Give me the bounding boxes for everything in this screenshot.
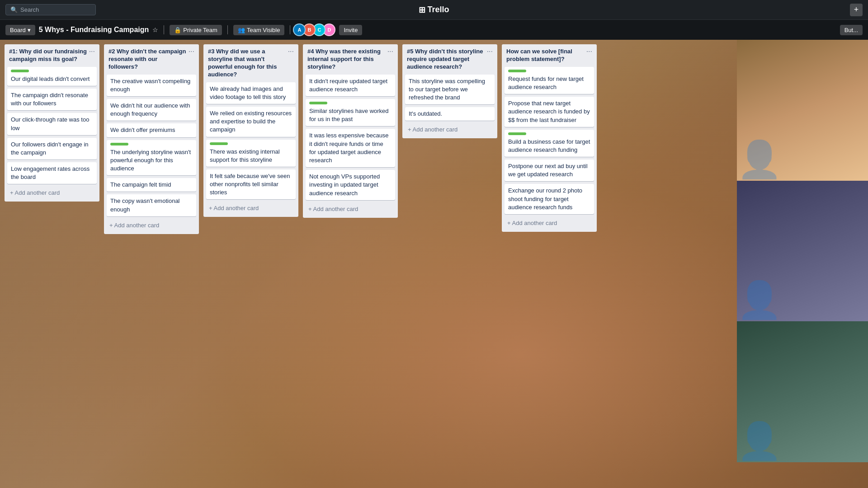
label-bar-list6-2 bbox=[508, 132, 526, 135]
list-list4: #4 Why was there existing internal suppo… bbox=[303, 44, 398, 218]
list-cards-list2: The creative wasn't compelling enough✏️W… bbox=[104, 73, 199, 218]
card-text-list3-1: We relied on existing resources and expe… bbox=[210, 109, 292, 134]
card-list2-2[interactable]: We didn't offer premiums✏️ bbox=[107, 123, 196, 137]
card-list2-1[interactable]: We didn't hit our audience with enough f… bbox=[107, 99, 196, 121]
card-list3-3[interactable]: It felt safe because we've seen other no… bbox=[206, 169, 296, 200]
card-list1-4[interactable]: Low engagement rates across the board✏️ bbox=[7, 162, 97, 184]
list-title-list5: #5 Why didn't this storyline require upd… bbox=[407, 48, 486, 71]
list-header-list5: #5 Why didn't this storyline require upd… bbox=[402, 44, 497, 73]
card-list2-3[interactable]: The underlying storyline wasn't powerful… bbox=[107, 140, 196, 176]
list-footer-list6: + Add another card bbox=[502, 216, 597, 232]
card-list5-0[interactable]: This storyline was compelling to our tar… bbox=[405, 75, 495, 105]
card-text-list5-1: It's outdated. bbox=[409, 110, 491, 118]
card-list2-5[interactable]: The copy wasn't emotional enough✏️ bbox=[107, 194, 196, 216]
video-person-2: 👤 bbox=[737, 181, 868, 322]
add-card-btn-list3[interactable]: + Add another card bbox=[206, 203, 296, 213]
card-list3-2[interactable]: There was existing internal support for … bbox=[206, 140, 296, 167]
card-list3-1[interactable]: We relied on existing resources and expe… bbox=[206, 107, 296, 137]
card-list6-3[interactable]: Postpone our next ad buy until we get up… bbox=[505, 160, 594, 181]
list-menu-list1[interactable]: ··· bbox=[88, 48, 96, 55]
search-bar[interactable]: 🔍 Search bbox=[5, 4, 96, 15]
team-icon: 👥 bbox=[238, 27, 245, 33]
board-title: 5 Whys - Fundraising Campaign bbox=[39, 26, 149, 34]
card-list6-4[interactable]: Exchange our round 2 photo shoot funding… bbox=[505, 184, 594, 214]
card-list2-4[interactable]: The campaign felt timid✏️ bbox=[107, 178, 196, 192]
card-list2-0[interactable]: The creative wasn't compelling enough✏️ bbox=[107, 75, 196, 96]
list-cards-list1: Our digital leads didn't convert✏️The ca… bbox=[5, 65, 99, 186]
list-menu-list3[interactable]: ··· bbox=[287, 48, 295, 55]
list-menu-list5[interactable]: ··· bbox=[486, 48, 494, 55]
team-visible-label: Team Visible bbox=[247, 27, 280, 33]
list-list6: How can we solve [final problem statemen… bbox=[502, 44, 597, 232]
chevron-down-icon: ▾ bbox=[28, 27, 31, 33]
add-button[interactable]: + bbox=[850, 4, 863, 16]
list-cards-list6: Request funds for new target audience re… bbox=[502, 65, 597, 216]
label-bar-list6-0 bbox=[508, 70, 526, 72]
card-list1-3[interactable]: Our followers didn't engage in the campa… bbox=[7, 138, 97, 160]
card-text-list1-1: The campaign didn't resonate with our fo… bbox=[11, 91, 93, 108]
star-icon[interactable]: ☆ bbox=[152, 26, 158, 33]
card-list1-0[interactable]: Our digital leads didn't convert✏️ bbox=[7, 67, 97, 86]
separator-1 bbox=[164, 25, 164, 34]
list-footer-list4: + Add another card bbox=[303, 202, 398, 218]
list-footer-list3: + Add another card bbox=[203, 201, 298, 217]
list-title-list1: #1: Why did our fundraising campaign mis… bbox=[9, 48, 88, 63]
board-header: Board ▾ 5 Whys - Fundraising Campaign ☆ … bbox=[0, 20, 868, 40]
board-label: Board bbox=[10, 27, 26, 33]
search-placeholder: Search bbox=[20, 6, 39, 13]
separator-3 bbox=[290, 25, 290, 34]
list-menu-list2[interactable]: ··· bbox=[188, 48, 195, 55]
card-list6-0[interactable]: Request funds for new target audience re… bbox=[505, 67, 594, 94]
add-card-btn-list5[interactable]: + Add another card bbox=[405, 124, 495, 135]
card-list1-1[interactable]: The campaign didn't resonate with our fo… bbox=[7, 89, 97, 110]
top-bar-center: ⊞ Trello bbox=[419, 5, 449, 15]
add-card-btn-list2[interactable]: + Add another card bbox=[107, 220, 196, 230]
card-text-list6-0: Request funds for new target audience re… bbox=[508, 75, 590, 91]
card-list1-2[interactable]: Our click-through rate was too low✏️ bbox=[7, 113, 97, 135]
list-list3: #3 Why did we use a storyline that wasn'… bbox=[203, 44, 298, 217]
top-bar-left: 🔍 Search bbox=[5, 4, 96, 15]
board-menu-button[interactable]: Board ▾ bbox=[5, 25, 35, 35]
list-title-list4: #4 Why was there existing internal suppo… bbox=[307, 48, 387, 71]
list-list1: #1: Why did our fundraising campaign mis… bbox=[5, 44, 99, 202]
card-text-list2-2: We didn't offer premiums bbox=[110, 126, 193, 134]
video-feed-1: 👤 bbox=[737, 40, 868, 181]
card-text-list2-0: The creative wasn't compelling enough bbox=[110, 77, 193, 94]
card-list4-1[interactable]: Similar storylines have worked for us in… bbox=[306, 99, 395, 126]
avatar-0: A bbox=[293, 23, 306, 36]
video-person-3: 👤 bbox=[737, 321, 868, 462]
card-list4-3[interactable]: Not enough VPs supported investing in up… bbox=[306, 170, 395, 200]
list-cards-list4: It didn't require updated target audienc… bbox=[303, 73, 398, 202]
card-list4-2[interactable]: It was less expensive because it didn't … bbox=[306, 129, 395, 167]
list-menu-list6[interactable]: ··· bbox=[585, 48, 593, 55]
card-list3-0[interactable]: We already had images and video footage … bbox=[206, 82, 296, 104]
add-card-btn-list4[interactable]: + Add another card bbox=[306, 204, 395, 214]
visibility-button[interactable]: 🔒 Private Team bbox=[170, 25, 222, 35]
visibility-label: Private Team bbox=[183, 27, 217, 33]
team-visible-button[interactable]: 👥 Team Visible bbox=[233, 25, 284, 35]
top-nav-bar: 🔍 Search ⊞ Trello + bbox=[0, 0, 868, 20]
card-text-list1-0: Our digital leads didn't convert bbox=[11, 75, 93, 83]
list-header-list6: How can we solve [final problem statemen… bbox=[502, 44, 597, 65]
card-text-list1-3: Our followers didn't engage in the campa… bbox=[11, 141, 93, 157]
label-bar-list2-3 bbox=[110, 143, 128, 145]
card-text-list3-3: It felt safe because we've seen other no… bbox=[210, 172, 292, 197]
add-card-btn-list1[interactable]: + Add another card bbox=[7, 188, 97, 198]
lock-icon: 🔒 bbox=[174, 27, 181, 33]
card-text-list4-2: It was less expensive because it didn't … bbox=[309, 131, 392, 164]
list-header-list2: #2 Why didn't the campaign resonate with… bbox=[104, 44, 199, 73]
card-list6-1[interactable]: Propose that new target audience researc… bbox=[505, 97, 594, 127]
invite-button[interactable]: Invite bbox=[339, 25, 362, 35]
card-text-list4-0: It didn't require updated target audienc… bbox=[309, 77, 392, 94]
avatars: ABCD bbox=[296, 23, 335, 36]
card-list4-0[interactable]: It didn't require updated target audienc… bbox=[306, 75, 395, 96]
label-bar-list1-0 bbox=[11, 70, 29, 72]
list-menu-list4[interactable]: ··· bbox=[387, 48, 394, 55]
butler-button[interactable]: But... bbox=[840, 25, 863, 35]
list-footer-list1: + Add another card bbox=[5, 186, 99, 202]
card-list6-2[interactable]: Build a business case for target audienc… bbox=[505, 130, 594, 157]
add-card-btn-list6[interactable]: + Add another card bbox=[505, 218, 594, 228]
card-list5-1[interactable]: It's outdated.✏️ bbox=[405, 107, 495, 121]
list-header-list3: #3 Why did we use a storyline that wasn'… bbox=[203, 44, 298, 80]
card-text-list5-0: This storyline was compelling to our tar… bbox=[409, 77, 491, 102]
